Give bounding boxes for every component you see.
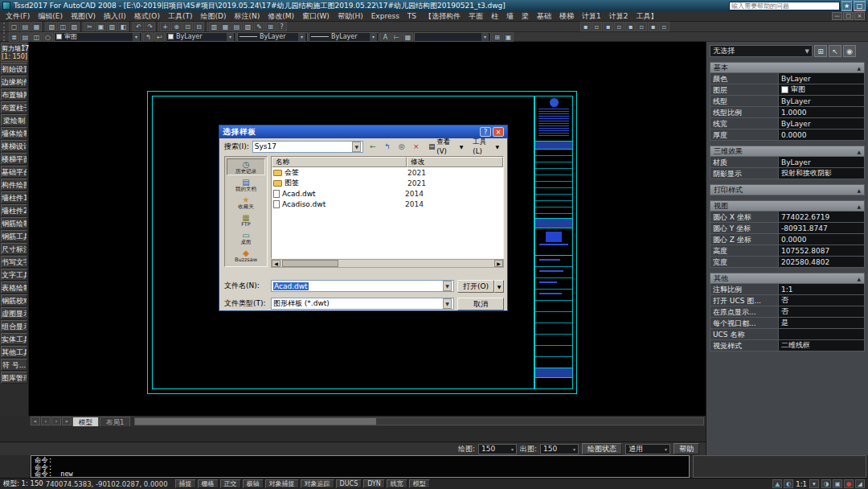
search-web-icon[interactable]: ◎	[395, 141, 407, 152]
property-row[interactable]: 每个视口都...是	[710, 318, 865, 329]
help-question-icon[interactable]: ?	[276, 22, 287, 31]
scroll-right-icon[interactable]: ▶	[494, 260, 503, 267]
status-toggle-button[interactable]: 模型	[409, 479, 430, 488]
horizontal-scrollbar[interactable]	[134, 417, 704, 425]
property-row[interactable]: 打开 UCS 图...否	[710, 295, 865, 306]
zoom-previous-icon[interactable]: ⊟	[194, 22, 204, 31]
collapse-icon[interactable]: ▲	[857, 203, 861, 209]
mdi-close-icon[interactable]: ×	[854, 12, 865, 20]
status-toggle-button[interactable]: 线宽	[387, 479, 407, 488]
prev-tab-icon[interactable]: ‹	[41, 417, 51, 425]
tssd-tool-icon-1[interactable]: ▪	[580, 22, 591, 31]
toolbar-lock-icon[interactable]: ▣	[833, 479, 842, 488]
annotation-scale-value[interactable]: 1:1	[796, 480, 807, 488]
palette-tool-button[interactable]: 墙体绘制	[1, 127, 27, 139]
property-row[interactable]: 线型比例1.0000	[710, 107, 865, 118]
palette-tool-button[interactable]: 钢筋工具	[1, 230, 27, 242]
menu-item[interactable]: 插入(I)	[100, 11, 130, 22]
property-value[interactable]: 投射和接收阴影	[778, 168, 864, 179]
help-button[interactable]: 帮助	[674, 443, 699, 454]
cut-icon[interactable]: ✂	[84, 22, 95, 31]
place-desktop[interactable]: ▭ 桌面	[227, 229, 265, 246]
chevron-down-icon[interactable]: ▾	[573, 446, 575, 452]
palette-tool-button[interactable]: 实体工具	[1, 333, 27, 345]
separator[interactable]	[205, 22, 208, 31]
command-window[interactable]: 命令:命令:命令: _new	[31, 455, 690, 478]
palette-tool-button[interactable]: 边缘构件	[1, 76, 27, 88]
menu-item[interactable]: 修改(M)	[264, 11, 298, 22]
plot-icon[interactable]: ▧	[47, 22, 57, 31]
file-list-scrollbar[interactable]: ◀ ▶	[271, 259, 504, 268]
plot-scale-combo[interactable]: 150▾	[540, 444, 579, 454]
tssd-tool-icon-6[interactable]: ▫	[637, 22, 647, 31]
sheetset-manager-icon[interactable]: ▧	[243, 22, 253, 31]
toolbar-grip[interactable]	[3, 32, 6, 41]
linetype-combo[interactable]: ByLayer▾	[237, 32, 308, 42]
palette-tool-button[interactable]: 钢筋校对	[1, 294, 27, 306]
markup-icon[interactable]: ✎	[254, 22, 264, 31]
pan-icon[interactable]: +	[160, 22, 170, 31]
delete-icon[interactable]: ×	[410, 141, 422, 152]
autoscale-icon[interactable]: ◑	[821, 479, 831, 488]
layer-isolate-icon[interactable]: ◫	[31, 32, 42, 42]
open-button[interactable]: 打开(O)	[457, 280, 494, 293]
workspace-icon[interactable]: ⊞	[492, 32, 502, 42]
property-row[interactable]: 线宽ByLayer	[710, 118, 865, 129]
annotation-visibility-icon[interactable]: ◐	[784, 479, 793, 488]
clean-screen-icon[interactable]: ◢	[855, 479, 865, 488]
property-value[interactable]	[778, 329, 864, 339]
look-in-combo[interactable]: Sys17▼	[252, 141, 364, 153]
tool-palettes-icon[interactable]: ▤	[231, 22, 242, 31]
palette-tool-button[interactable]: 文字工具	[1, 269, 27, 281]
palette-tool-button[interactable]: 楼梯平面	[1, 153, 27, 165]
file-row[interactable]: 会签 2021	[272, 167, 503, 178]
toolbar-grip[interactable]	[3, 23, 6, 31]
last-tab-icon[interactable]: »	[62, 417, 72, 425]
menu-item[interactable]: 工具】	[633, 11, 662, 22]
menu-item[interactable]: TS	[403, 11, 420, 22]
tray-alert-icon[interactable]: ●	[844, 479, 854, 488]
place-favorites[interactable]: ★ 收藏夹	[227, 194, 265, 211]
tssd-tool-icon-2[interactable]: ▫	[592, 22, 602, 31]
copy-icon[interactable]: ▣	[96, 22, 106, 31]
menu-item[interactable]: 梁	[518, 11, 533, 22]
next-tab-icon[interactable]: ›	[51, 417, 61, 425]
chevron-down-icon[interactable]: ▼	[443, 281, 452, 291]
plot-preview-icon[interactable]: ◫	[58, 22, 68, 31]
palette-tool-button[interactable]: 墙柱件1#	[1, 191, 27, 203]
menu-item[interactable]: 楼梯	[555, 11, 578, 22]
property-row[interactable]: 在原点显示...否	[710, 306, 865, 318]
layout-tab[interactable]: 布局1	[100, 417, 130, 426]
collapse-icon[interactable]: ▲	[857, 149, 861, 154]
property-row[interactable]: 线型ByLayer	[710, 96, 865, 107]
coordinates-readout[interactable]: 740074.5383, -90102.0287, 0.0000	[46, 480, 168, 488]
property-row[interactable]: 厚度0.0000	[710, 129, 865, 141]
file-type-combo[interactable]: 图形样板 (*.dwt)▼	[271, 298, 454, 310]
status-toggle-button[interactable]: 栅格	[198, 479, 219, 488]
menu-item[interactable]: 视图(V)	[67, 11, 100, 22]
tssd-tool-icon-3[interactable]: ▪	[603, 22, 613, 31]
collapse-icon[interactable]: ▲	[857, 65, 861, 71]
toggle-pickadd-icon[interactable]: ⊞	[814, 45, 827, 57]
separator[interactable]	[156, 22, 159, 31]
property-value[interactable]: ByLayer	[778, 157, 864, 167]
publish-icon[interactable]: ▨	[69, 22, 80, 31]
lineweight-combo[interactable]: ByLayer▾	[309, 32, 379, 42]
mdi-minimize-icon[interactable]: —	[832, 12, 842, 20]
close-icon[interactable]: ×	[21, 43, 27, 49]
layout-tab[interactable]: 模型	[72, 417, 99, 426]
restore-icon[interactable]: □	[854, 2, 866, 10]
palette-tool-button[interactable]: 布置柱子	[1, 101, 27, 113]
scroll-left-icon[interactable]: ◀	[272, 260, 280, 267]
dialog-close-icon[interactable]: ×	[493, 127, 504, 137]
palette-tool-button[interactable]: 梁绘制	[1, 114, 27, 126]
text-style-icon[interactable]: A	[380, 32, 391, 42]
select-objects-icon[interactable]: ↖	[829, 45, 841, 57]
first-tab-icon[interactable]: «	[31, 417, 40, 425]
scrollbar-thumb[interactable]	[135, 418, 376, 425]
chevron-down-icon[interactable]: ▾	[133, 33, 140, 41]
property-value[interactable]: 1:1	[778, 284, 864, 294]
open-menu-arrow-icon[interactable]: ▼	[494, 280, 504, 293]
chevron-down-icon[interactable]: ▼	[805, 48, 809, 55]
chevron-down-icon[interactable]: ▾	[481, 33, 489, 41]
